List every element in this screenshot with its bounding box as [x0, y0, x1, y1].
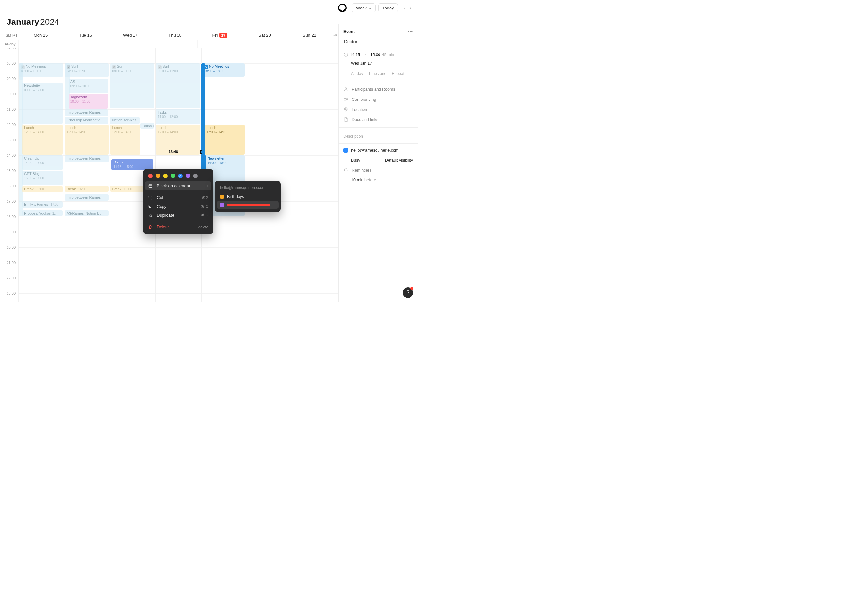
color-option[interactable] [178, 174, 183, 178]
day-header[interactable]: Sat 20 [242, 33, 287, 38]
day-header[interactable]: Mon 15 [18, 33, 63, 38]
event-block[interactable]: ✕Surf08:00 – 11:00 [156, 63, 200, 108]
event-block[interactable]: Proposal Yookan 1… [22, 210, 63, 216]
participants-field[interactable]: Participants and Rooms [343, 87, 413, 92]
event-block[interactable]: ✕No Meetings08:00 – 18:00 [201, 63, 245, 77]
event-title-field[interactable]: Doctor [343, 39, 413, 44]
event-block[interactable]: Intro between Rames [65, 194, 109, 201]
event-block[interactable]: Lunch12:00 – 14:00 [204, 125, 245, 155]
event-block[interactable]: ✕Surf08:00 – 11:00 [110, 63, 154, 108]
calendar-color-dot [343, 148, 348, 153]
indent-icon[interactable]: ⇥ [332, 33, 338, 38]
calendar-account[interactable]: hello@ramesquinerie.com [343, 148, 413, 153]
submenu-birthdays[interactable]: Birthdays [217, 192, 279, 201]
add-calendar-icon[interactable]: + [0, 33, 5, 38]
time-label: 23:00 [6, 291, 16, 295]
prev-week-button[interactable]: ‹ [403, 5, 407, 11]
event-block[interactable]: Clean Up14:00 – 15:00 [22, 155, 63, 170]
day-header[interactable]: Fri19 [197, 33, 242, 38]
color-option[interactable] [148, 174, 153, 178]
event-block[interactable]: Taghazout10:00 – 11:00 [69, 94, 108, 109]
event-date[interactable]: Wed Jan 17 [343, 61, 413, 66]
bell-icon [343, 168, 349, 173]
color-option[interactable] [156, 174, 160, 178]
menu-cut[interactable]: Cut ⌘ X [145, 193, 212, 202]
event-block[interactable]: Lunch12:00 – 14:00 [110, 125, 140, 155]
opt-timezone[interactable]: Time zone [368, 71, 387, 76]
docs-field[interactable]: Docs and links [343, 117, 413, 122]
event-block[interactable]: ✕No Meetings08:00 – 18:00 [19, 63, 63, 77]
day-header[interactable]: Wed 17 [108, 33, 153, 38]
menu-block-on-calendar[interactable]: Block on calendar › [145, 182, 212, 190]
color-option[interactable] [163, 174, 168, 178]
menu-duplicate[interactable]: Duplicate ⌘ D [145, 211, 212, 219]
svg-rect-6 [150, 206, 152, 208]
notification-badge [410, 287, 413, 290]
video-icon [343, 97, 349, 102]
event-block[interactable]: GPT Blog15:00 – 16:00 [22, 171, 63, 185]
busy-field[interactable]: Busy [351, 158, 360, 162]
event-block[interactable]: Intro between Rames [65, 155, 109, 162]
color-option[interactable] [193, 174, 198, 178]
event-block[interactable]: Intro between Rames [65, 109, 108, 116]
visibility-field[interactable]: Default visibility [385, 158, 413, 162]
event-block[interactable]: Othership Modificatio [65, 117, 108, 124]
event-block[interactable]: Break 16:00 [22, 186, 63, 192]
avatar[interactable] [338, 4, 347, 12]
submenu-item-redacted[interactable] [217, 201, 279, 209]
day-header[interactable]: Thu 18 [153, 33, 197, 38]
event-sidebar: Event ••• Doctor 14:15 → 15:00 45 min We… [338, 24, 418, 302]
color-option[interactable] [186, 174, 190, 178]
time-label: 18:00 [6, 215, 16, 219]
description-field[interactable]: Description [343, 132, 413, 141]
time-label: 09:00 [6, 77, 16, 81]
svg-point-3 [345, 109, 346, 110]
opt-repeat[interactable]: Repeat [392, 71, 404, 76]
copy-icon [148, 204, 153, 209]
event-time-row[interactable]: 14:15 → 15:00 45 min [343, 52, 413, 57]
time-label: 22:00 [6, 276, 16, 280]
event-block[interactable]: Break 16:00 [65, 186, 109, 192]
calendar-block-icon [148, 184, 153, 188]
menu-delete[interactable]: Delete delete [145, 222, 212, 231]
event-block[interactable]: Newsletter09:15 – 12:00 [22, 83, 63, 124]
color-option[interactable] [171, 174, 175, 178]
location-field[interactable]: Location [343, 107, 413, 112]
reminders-field[interactable]: Reminders [343, 168, 413, 173]
event-block[interactable]: Lunch12:00 – 14:00 [156, 125, 200, 155]
help-button[interactable]: ? [403, 287, 413, 298]
event-block[interactable]: Lunch12:00 – 14:00 [22, 125, 63, 155]
next-week-button[interactable]: › [409, 5, 413, 11]
time-label: 07:00 [6, 48, 16, 50]
more-icon[interactable]: ••• [407, 29, 413, 34]
arrow-right-icon: → [363, 53, 367, 57]
event-block[interactable]: Bruno x [140, 123, 154, 129]
time-label: 12:00 [6, 123, 16, 126]
reminder-value[interactable]: 10 min before [343, 178, 413, 182]
event-block[interactable]: AS/Rames [Notion Bu [65, 210, 109, 216]
event-block[interactable]: Doctor14:15 – 15:00 [111, 159, 153, 170]
day-header[interactable]: Sun 21 [287, 33, 332, 38]
time-label: 21:00 [6, 261, 16, 264]
context-menu: Block on calendar › Cut ⌘ X Copy ⌘ C Dup… [143, 169, 214, 234]
help-icon: ? [407, 290, 409, 296]
time-label: 20:00 [6, 245, 16, 249]
time-label: 17:00 [6, 199, 16, 203]
today-button[interactable]: Today [378, 3, 398, 12]
menu-copy[interactable]: Copy ⌘ C [145, 202, 212, 211]
view-dropdown[interactable]: Week ⌄ [352, 3, 376, 12]
event-block[interactable]: ✕Surf08:00 – 11:00 [65, 63, 109, 77]
event-block[interactable]: AS09:00 – 10:00 [69, 79, 108, 93]
event-block[interactable]: Tasks11:00 – 12:00 [156, 109, 200, 124]
event-block[interactable]: Notion services: Ram [110, 117, 140, 124]
timezone-label: GMT+1 [5, 33, 18, 37]
day-header[interactable]: Tue 16 [63, 33, 108, 38]
opt-allday[interactable]: All-day [351, 71, 363, 76]
chevron-down-icon: ⌄ [369, 6, 371, 10]
clock-icon [343, 52, 348, 57]
cut-icon [148, 195, 153, 200]
event-block[interactable]: Emily x Rames 17:00 [22, 201, 63, 207]
conferencing-field[interactable]: Conferencing [343, 97, 413, 102]
calendar-color-square [220, 195, 224, 199]
event-block[interactable]: Lunch12:00 – 14:00 [65, 125, 109, 155]
